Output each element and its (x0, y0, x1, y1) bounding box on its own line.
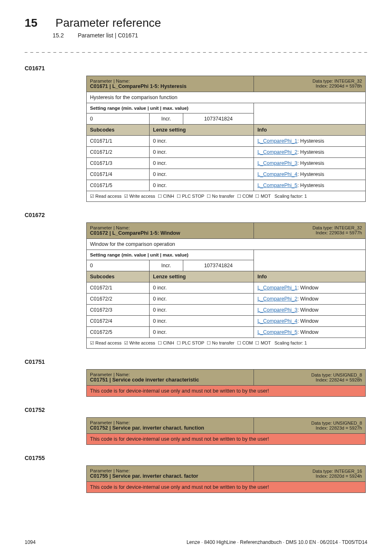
param-code-title: C01752 | Service par. inverter charact. … (90, 425, 204, 431)
lenze-setting: 0 incr. (150, 169, 254, 180)
cross-ref-link[interactable]: L_ComparePhi_1 (257, 285, 297, 291)
param-description: Window for the comparison operation (87, 239, 366, 250)
write-access-flag: Write access (124, 194, 155, 199)
index-value: 22820d = 5924h (329, 474, 362, 479)
subcode: C01672/4 (87, 316, 150, 327)
data-type-value: UNSIGNED_8 (333, 421, 362, 426)
no-transfer-flag: No transfer (207, 194, 234, 199)
param-code-title: C01751 | Service code inverter character… (90, 377, 199, 383)
info-cell: L_ComparePhi_5: Window (254, 327, 366, 338)
info-tail: : Hysteresis (297, 171, 324, 177)
cross-ref-link[interactable]: L_ComparePhi_1 (257, 138, 297, 144)
info-tail: : Window (297, 296, 318, 302)
data-type-label: Data type: (311, 421, 332, 426)
heading-c01671: C01671 (25, 65, 367, 72)
box-c01751: Parameter | Name: C01751 | Service code … (86, 369, 366, 397)
info-cell: L_ComparePhi_1: Hysteresis (254, 136, 366, 147)
data-type-label: Data type: (311, 372, 332, 377)
footer-right: Lenze · 8400 HighLine · Referenzhandbuch… (187, 539, 367, 545)
info-cell: L_ComparePhi_2: Window (254, 294, 366, 305)
subcode: C01671/1 (87, 136, 150, 147)
index-value: 22823d = 5927h (329, 426, 362, 430)
index-label: Index: (316, 426, 328, 430)
subcode: C01672/3 (87, 305, 150, 316)
param-code-title: C01755 | Service par. inverter charact. … (90, 473, 198, 479)
info-tail: : Window (297, 329, 318, 335)
subcodes-header: Subcodes (87, 125, 150, 136)
info-cell: L_ComparePhi_5: Hysteresis (254, 180, 366, 191)
section-title: Parameter list | C01671 (78, 32, 138, 39)
setting-range-label: Setting range (min. value | unit | max. … (87, 103, 254, 113)
info-header: Info (254, 271, 366, 282)
dashed-rule: _ _ _ _ _ _ _ _ _ _ _ _ _ _ _ _ _ _ _ _ … (25, 47, 367, 53)
data-type-value: INTEGER_16 (334, 469, 362, 474)
lenze-setting: 0 incr. (150, 282, 254, 294)
write-access-flag: Write access (124, 340, 155, 345)
lenze-setting: 0 incr. (150, 305, 254, 316)
box-c01755: Parameter | Name: C01755 | Service par. … (86, 465, 366, 493)
cross-ref-link[interactable]: L_ComparePhi_2 (257, 149, 297, 155)
internal-warning-banner: This code is for device-internal use onl… (87, 386, 366, 397)
data-type-value: UNSIGNED_8 (333, 372, 362, 377)
info-tail: : Hysteresis (297, 149, 324, 155)
chapter-title: Parameter reference (55, 16, 161, 29)
lenze-setting-header: Lenze setting (150, 271, 254, 282)
range-max: 1073741824 (183, 260, 254, 271)
section-header: 15.2 Parameter list | C01671 (53, 32, 367, 39)
cross-ref-link[interactable]: L_ComparePhi_3 (257, 160, 297, 166)
info-tail: : Window (297, 318, 318, 324)
info-cell: L_ComparePhi_2: Hysteresis (254, 147, 366, 158)
setting-range-label: Setting range (min. value | unit | max. … (87, 250, 254, 260)
data-type-label: Data type: (313, 225, 333, 230)
page-footer: 1094 Lenze · 8400 HighLine · Referenzhan… (25, 539, 367, 545)
cross-ref-link[interactable]: L_ComparePhi_4 (257, 171, 297, 177)
lenze-setting: 0 incr. (150, 147, 254, 158)
read-access-flag: Read access (90, 194, 122, 199)
param-code-title: C01672 | L_ComparePhi 1-5: Window (90, 230, 180, 236)
table-c01672: Parameter | Name: C01672 | L_ComparePhi … (86, 222, 366, 349)
cross-ref-link[interactable]: L_ComparePhi_4 (257, 318, 297, 324)
param-name-label: Parameter | Name: (90, 79, 130, 83)
subcode: C01672/2 (87, 294, 150, 305)
heading-c01755: C01755 (25, 455, 367, 461)
access-flags: Read access Write access CINH PLC STOP N… (87, 191, 366, 202)
param-name-label: Parameter | Name: (90, 372, 130, 377)
internal-warning-banner: This code is for device-internal use onl… (87, 482, 366, 493)
chapter-number: 15 (25, 16, 37, 29)
heading-c01752: C01752 (25, 407, 367, 413)
info-cell: L_ComparePhi_1: Window (254, 282, 366, 294)
cross-ref-link[interactable]: L_ComparePhi_5 (257, 329, 297, 335)
no-transfer-flag: No transfer (207, 340, 234, 345)
data-type-label: Data type: (313, 79, 333, 83)
subcode: C01672/1 (87, 282, 150, 294)
lenze-setting: 0 incr. (150, 180, 254, 191)
index-label: Index: (316, 83, 328, 88)
index-label: Index: (316, 230, 328, 235)
mot-flag: MOT (255, 194, 270, 199)
param-name-label: Parameter | Name: (90, 420, 130, 425)
internal-warning-banner: This code is for device-internal use onl… (87, 434, 366, 445)
scaling-factor: Scaling factor: 1 (274, 194, 307, 199)
param-name-label: Parameter | Name: (90, 468, 130, 473)
box-c01752: Parameter | Name: C01752 | Service par. … (86, 417, 366, 445)
page-number: 1094 (25, 539, 36, 545)
index-label: Index: (316, 377, 328, 382)
info-cell: L_ComparePhi_4: Hysteresis (254, 169, 366, 180)
param-code-title: C01671 | L_ComparePhi 1-5: Hysteresis (90, 83, 187, 89)
data-type-value: INTEGER_32 (334, 225, 362, 230)
info-cell: L_ComparePhi_3: Hysteresis (254, 158, 366, 169)
com-flag: COM (237, 340, 253, 345)
subcode: C01672/5 (87, 327, 150, 338)
info-cell: L_ComparePhi_3: Window (254, 305, 366, 316)
subcode: C01671/5 (87, 180, 150, 191)
scaling-factor: Scaling factor: 1 (274, 340, 307, 345)
data-type-label: Data type: (313, 469, 333, 474)
chapter-header: 15 Parameter reference (25, 16, 367, 30)
access-flags: Read access Write access CINH PLC STOP N… (87, 338, 366, 349)
cross-ref-link[interactable]: L_ComparePhi_5 (257, 183, 297, 188)
cross-ref-link[interactable]: L_ComparePhi_3 (257, 307, 297, 313)
mot-flag: MOT (255, 340, 270, 345)
cross-ref-link[interactable]: L_ComparePhi_2 (257, 296, 297, 302)
lenze-setting: 0 incr. (150, 136, 254, 147)
plc-stop-flag: PLC STOP (177, 340, 204, 345)
